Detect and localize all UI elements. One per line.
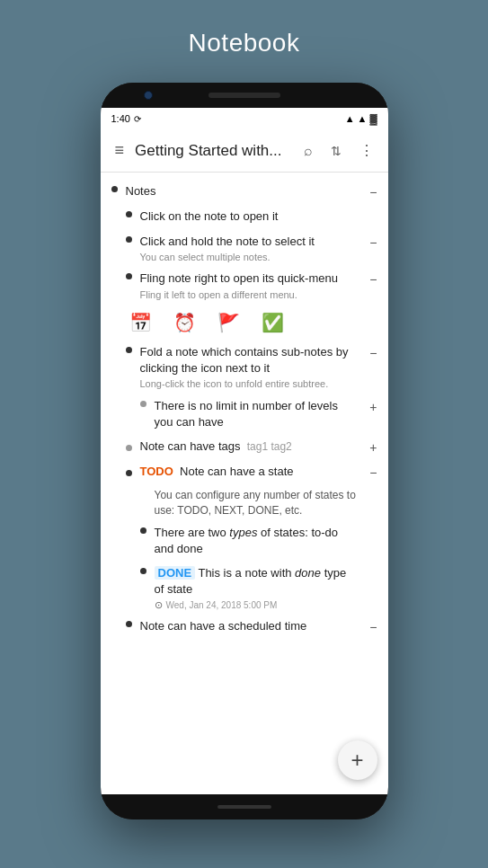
bullet xyxy=(122,445,137,451)
more-button[interactable]: ⋮ xyxy=(352,135,381,166)
note-text: Notes xyxy=(126,184,156,198)
phone-speaker xyxy=(209,93,280,98)
note-text-wrap: There are two types of states: to-do and… xyxy=(155,525,359,557)
note-text-wrap: Note can have tags tag1 tag2 xyxy=(140,438,359,455)
status-right: ▲ ▲ ▓ xyxy=(345,113,377,124)
expand-button[interactable]: + xyxy=(359,440,377,455)
signal-icon: ▲ xyxy=(358,113,368,124)
icons-row: 📅 ⏰ 🚩 ✅ xyxy=(101,305,388,341)
todo-label: TODO xyxy=(140,465,173,478)
done-row: ⊙ Wed, Jan 24, 2018 5:00 PM xyxy=(155,599,359,611)
search-button[interactable]: ⌕ xyxy=(297,136,320,166)
note-text: There are two types of states: to-do and… xyxy=(155,526,339,555)
calendar-icon[interactable]: 📅 xyxy=(129,312,152,333)
phone-camera xyxy=(144,91,153,100)
phone-top xyxy=(101,83,388,108)
note-subtext: You can configure any number of states t… xyxy=(155,489,356,517)
app-toolbar: ≡ Getting Started with... ⌕ ⇅ ⋮ xyxy=(101,129,388,173)
note-subtext: You can select multiple notes. xyxy=(140,251,359,263)
note-text: Fold a note which contains sub-notes by … xyxy=(140,345,349,375)
list-item: There are two types of states: to-do and… xyxy=(101,521,388,561)
note-text-wrap: Click on the note to open it xyxy=(140,208,359,225)
note-text: DONE This is a note with done type of st… xyxy=(155,566,347,596)
done-label: DONE xyxy=(155,566,196,580)
phone-wrapper: 1:40 ⟳ ▲ ▲ ▓ ≡ Getting Started with... ⌕… xyxy=(101,83,388,819)
sort-button[interactable]: ⇅ xyxy=(324,137,349,165)
list-item: Note can have a scheduled time − xyxy=(101,615,388,640)
collapse-button[interactable]: − xyxy=(359,465,377,480)
phone-screen: 1:40 ⟳ ▲ ▲ ▓ ≡ Getting Started with... ⌕… xyxy=(101,108,388,794)
list-item: Fold a note which contains sub-notes by … xyxy=(101,341,388,394)
note-text-wrap: DONE This is a note with done type of st… xyxy=(155,565,359,611)
wifi-icon: ▲ xyxy=(345,113,355,124)
list-item: Click and hold the note to select it You… xyxy=(101,230,388,267)
notes-content: Notes − Click on the note to open it Cli… xyxy=(101,173,388,794)
list-item: DONE This is a note with done type of st… xyxy=(101,562,388,615)
list-item: TODO Note can have a state − xyxy=(101,459,388,484)
toolbar-title: Getting Started with... xyxy=(135,142,296,160)
note-subtext: Long-click the icon to unfold entire sub… xyxy=(140,377,359,390)
check-circle-icon[interactable]: ✅ xyxy=(262,312,284,333)
check-icon: ⊙ xyxy=(155,599,163,611)
note-text-wrap: TODO Note can have a state xyxy=(140,464,359,480)
phone-bottom xyxy=(101,794,388,819)
note-text-wrap: Click and hold the note to select it You… xyxy=(140,234,359,263)
status-sync-icon: ⟳ xyxy=(134,114,141,124)
bullet xyxy=(122,236,137,243)
alarm-icon[interactable]: ⏰ xyxy=(173,312,196,333)
note-text: There is no limit in number of levels yo… xyxy=(155,399,338,429)
status-time: 1:40 xyxy=(111,113,130,124)
note-text-wrap: Note can have a scheduled time xyxy=(140,618,359,634)
collapse-button[interactable]: − xyxy=(359,185,377,199)
note-text: Note can have tags tag1 tag2 xyxy=(140,439,292,453)
bullet xyxy=(122,621,137,627)
page-title: Notebook xyxy=(189,29,300,58)
battery-icon: ▓ xyxy=(369,113,377,124)
menu-button[interactable]: ≡ xyxy=(108,134,132,167)
note-text: Click and hold the note to select it xyxy=(140,235,315,248)
bullet xyxy=(122,470,137,476)
timestamp: Wed, Jan 24, 2018 5:00 PM xyxy=(166,600,278,610)
bullet xyxy=(137,527,151,534)
collapse-button[interactable]: − xyxy=(359,346,377,360)
list-item: There is no limit in number of levels yo… xyxy=(101,394,388,434)
bullet xyxy=(122,347,137,353)
note-text-wrap: You can configure any number of states t… xyxy=(155,488,359,518)
note-text-wrap: Fold a note which contains sub-notes by … xyxy=(140,344,359,391)
home-indicator xyxy=(217,805,271,809)
expand-button[interactable]: + xyxy=(359,400,377,414)
fab-plus-icon: + xyxy=(350,748,363,773)
italic-done: done xyxy=(295,566,321,580)
note-text-wrap: Fling note right to open its quick-menu … xyxy=(140,270,359,300)
list-item: Click on the note to open it xyxy=(101,205,388,230)
note-text: TODO Note can have a state xyxy=(140,465,294,478)
add-note-fab[interactable]: + xyxy=(338,740,377,780)
bullet xyxy=(137,568,151,574)
note-text: Note can have a scheduled time xyxy=(140,619,307,633)
list-item: Notes − xyxy=(101,180,388,205)
note-text: Fling note right to open its quick-menu xyxy=(140,271,338,285)
bullet xyxy=(122,273,137,279)
italic-text: types xyxy=(229,526,257,539)
collapse-button[interactable]: − xyxy=(359,272,377,287)
list-item: Fling note right to open its quick-menu … xyxy=(101,267,388,304)
tags-value: tag1 tag2 xyxy=(247,440,292,453)
status-left: 1:40 ⟳ xyxy=(111,113,141,124)
note-text-wrap: There is no limit in number of levels yo… xyxy=(155,398,359,430)
bullet xyxy=(137,401,151,407)
collapse-button[interactable]: − xyxy=(359,620,377,634)
bullet xyxy=(122,211,137,217)
toolbar-actions: ⌕ ⇅ ⋮ xyxy=(297,135,381,166)
status-bar: 1:40 ⟳ ▲ ▲ ▓ xyxy=(101,108,388,129)
note-text: Click on the note to open it xyxy=(140,209,279,223)
list-item: Note can have tags tag1 tag2 + xyxy=(101,434,388,459)
note-text-wrap: Notes xyxy=(126,183,359,199)
list-item: You can configure any number of states t… xyxy=(101,484,388,521)
note-subtext: Fling it left to open a different menu. xyxy=(140,288,359,301)
flag-icon[interactable]: 🚩 xyxy=(217,312,240,333)
bullet xyxy=(108,186,122,192)
collapse-button[interactable]: − xyxy=(359,235,377,250)
